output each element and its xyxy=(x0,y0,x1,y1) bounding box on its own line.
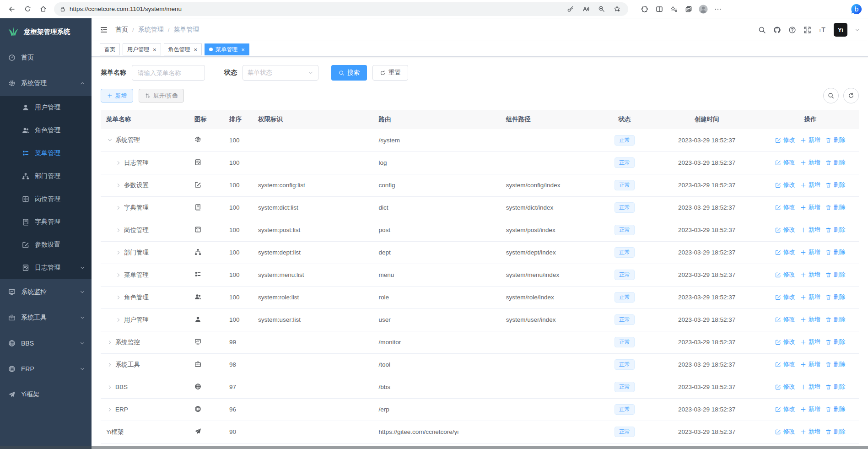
edit-action[interactable]: 修改 xyxy=(775,226,795,234)
add-action[interactable]: 新增 xyxy=(800,158,820,167)
delete-action[interactable]: 删除 xyxy=(825,248,845,256)
edit-action[interactable]: 修改 xyxy=(775,405,795,413)
expand-collapse-button[interactable]: 展开/折叠 xyxy=(139,89,184,103)
add-action[interactable]: 新增 xyxy=(800,293,820,301)
sidebar-item[interactable]: 菜单管理 xyxy=(0,142,92,165)
sidebar-item[interactable]: 角色管理 xyxy=(0,119,92,142)
delete-action[interactable]: 删除 xyxy=(825,427,845,436)
home-icon[interactable] xyxy=(36,2,50,16)
show-search-button[interactable] xyxy=(823,88,839,103)
tree-expand-icon[interactable] xyxy=(106,362,113,368)
tree-expand-icon[interactable] xyxy=(115,227,122,233)
sidebar-item[interactable]: 首页 xyxy=(0,45,92,70)
edit-action[interactable]: 修改 xyxy=(775,248,795,256)
edit-action[interactable]: 修改 xyxy=(775,270,795,279)
edit-action[interactable]: 修改 xyxy=(775,203,795,211)
key-icon[interactable] xyxy=(564,3,576,15)
sidebar-item[interactable]: Yi框架 xyxy=(0,382,92,407)
breadcrumb-item[interactable]: 首页 xyxy=(115,26,128,34)
edit-action[interactable]: 修改 xyxy=(775,360,795,368)
github-icon[interactable] xyxy=(773,26,781,34)
url-text[interactable]: https://ccnetcore.com:1101/system/menu xyxy=(70,5,561,12)
add-action[interactable]: 新增 xyxy=(800,181,820,189)
delete-action[interactable]: 删除 xyxy=(825,383,845,391)
tree-expand-icon[interactable] xyxy=(115,160,122,166)
sidebar-item[interactable]: BBS xyxy=(0,330,92,356)
status-select[interactable]: 菜单状态 xyxy=(243,65,318,81)
sidebar-item[interactable]: 字典管理 xyxy=(0,211,92,233)
delete-action[interactable]: 删除 xyxy=(825,158,845,167)
add-action[interactable]: 新增 xyxy=(800,248,820,256)
reset-button[interactable]: 重置 xyxy=(372,65,408,81)
close-icon[interactable]: × xyxy=(153,47,156,53)
close-icon[interactable]: × xyxy=(241,47,245,53)
edit-action[interactable]: 修改 xyxy=(775,158,795,167)
tree-expand-icon[interactable] xyxy=(115,295,122,300)
tree-expand-icon[interactable] xyxy=(106,384,113,390)
favorites-icon[interactable] xyxy=(667,2,681,16)
add-action[interactable]: 新增 xyxy=(800,136,820,144)
fullscreen-icon[interactable] xyxy=(803,26,811,34)
add-action[interactable]: 新增 xyxy=(800,427,820,436)
tree-expand-icon[interactable] xyxy=(115,205,122,211)
delete-action[interactable]: 删除 xyxy=(825,181,845,189)
sidebar-item[interactable]: 部门管理 xyxy=(0,165,92,188)
collections-icon[interactable] xyxy=(682,2,695,16)
zoom-out-icon[interactable] xyxy=(595,3,607,15)
tree-expand-icon[interactable] xyxy=(106,340,113,345)
sidebar-item[interactable]: 日志管理 xyxy=(0,256,92,279)
tree-expand-icon[interactable] xyxy=(106,137,113,143)
edit-action[interactable]: 修改 xyxy=(775,427,795,436)
tree-expand-icon[interactable] xyxy=(106,407,113,412)
question-icon[interactable] xyxy=(788,26,796,34)
delete-action[interactable]: 删除 xyxy=(825,203,845,211)
add-action[interactable]: 新增 xyxy=(800,226,820,234)
profile-icon[interactable] xyxy=(696,2,710,16)
address-bar[interactable]: https://ccnetcore.com:1101/system/menu xyxy=(54,2,628,16)
menu-fold-icon[interactable] xyxy=(100,26,108,34)
add-action[interactable]: 新增 xyxy=(800,315,820,324)
add-button[interactable]: 新增 xyxy=(101,89,133,103)
refresh-table-button[interactable] xyxy=(843,88,859,103)
extensions-icon[interactable] xyxy=(638,2,652,16)
tag-view-tab[interactable]: 用户管理× xyxy=(123,43,161,55)
sidebar-item[interactable]: 系统监控 xyxy=(0,279,92,305)
add-action[interactable]: 新增 xyxy=(800,360,820,368)
bottom-scrollbar[interactable] xyxy=(0,446,868,449)
tag-view-tab[interactable]: 菜单管理× xyxy=(205,43,249,55)
sidebar-item[interactable]: ERP xyxy=(0,356,92,382)
tree-expand-icon[interactable] xyxy=(115,250,122,255)
sidebar-item[interactable]: 参数设置 xyxy=(0,233,92,256)
delete-action[interactable]: 删除 xyxy=(825,338,845,346)
edit-action[interactable]: 修改 xyxy=(775,315,795,324)
delete-action[interactable]: 删除 xyxy=(825,315,845,324)
sidebar-item[interactable]: 系统工具 xyxy=(0,305,92,330)
tag-view-tab[interactable]: 首页 xyxy=(100,43,120,55)
search-button[interactable]: 搜索 xyxy=(331,65,367,81)
edit-action[interactable]: 修改 xyxy=(775,136,795,144)
close-icon[interactable]: × xyxy=(194,47,198,53)
delete-action[interactable]: 删除 xyxy=(825,360,845,368)
edit-action[interactable]: 修改 xyxy=(775,383,795,391)
add-favorite-icon[interactable] xyxy=(611,3,623,15)
tree-expand-icon[interactable] xyxy=(115,317,122,323)
split-screen-icon[interactable] xyxy=(652,2,666,16)
user-avatar[interactable]: Yi xyxy=(834,23,847,37)
add-action[interactable]: 新增 xyxy=(800,203,820,211)
copilot-icon[interactable]: b xyxy=(850,2,863,16)
add-action[interactable]: 新增 xyxy=(800,405,820,413)
delete-action[interactable]: 删除 xyxy=(825,405,845,413)
sidebar-item[interactable]: 岗位管理 xyxy=(0,188,92,211)
more-icon[interactable] xyxy=(711,2,725,16)
add-action[interactable]: 新增 xyxy=(800,270,820,279)
edit-action[interactable]: 修改 xyxy=(775,181,795,189)
tree-expand-icon[interactable] xyxy=(115,272,122,278)
refresh-icon[interactable] xyxy=(20,2,35,16)
back-icon[interactable] xyxy=(5,2,19,16)
tag-view-tab[interactable]: 角色管理× xyxy=(164,43,202,55)
delete-action[interactable]: 删除 xyxy=(825,270,845,279)
edit-action[interactable]: 修改 xyxy=(775,338,795,346)
delete-action[interactable]: 删除 xyxy=(825,136,845,144)
font-size-icon[interactable]: TT xyxy=(819,26,826,34)
read-aloud-icon[interactable] xyxy=(580,3,592,15)
